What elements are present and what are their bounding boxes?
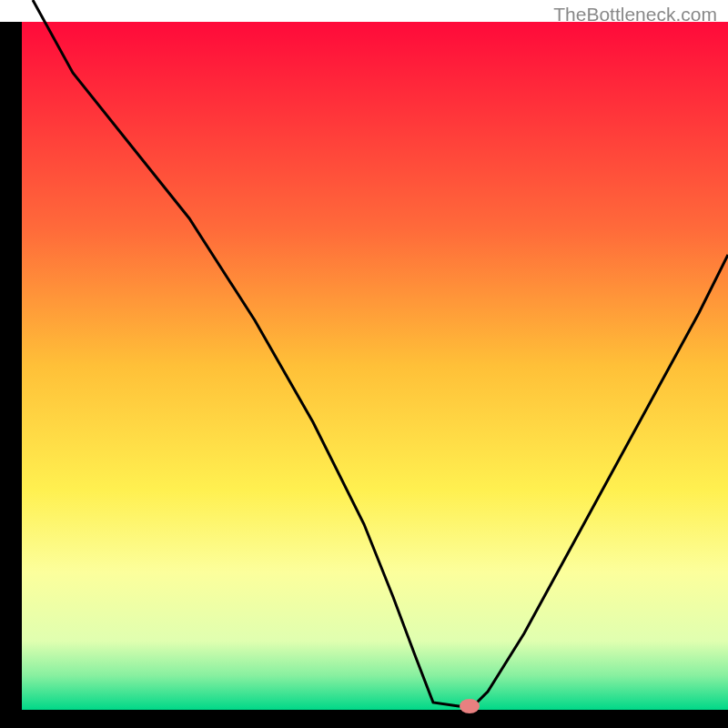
chart-background [22,22,728,710]
left-border [0,22,22,728]
bottleneck-chart: TheBottleneck.com [0,0,728,728]
chart-svg [0,0,728,728]
watermark-text: TheBottleneck.com [553,4,717,25]
optimal-marker [460,699,480,713]
bottom-border [0,710,728,728]
